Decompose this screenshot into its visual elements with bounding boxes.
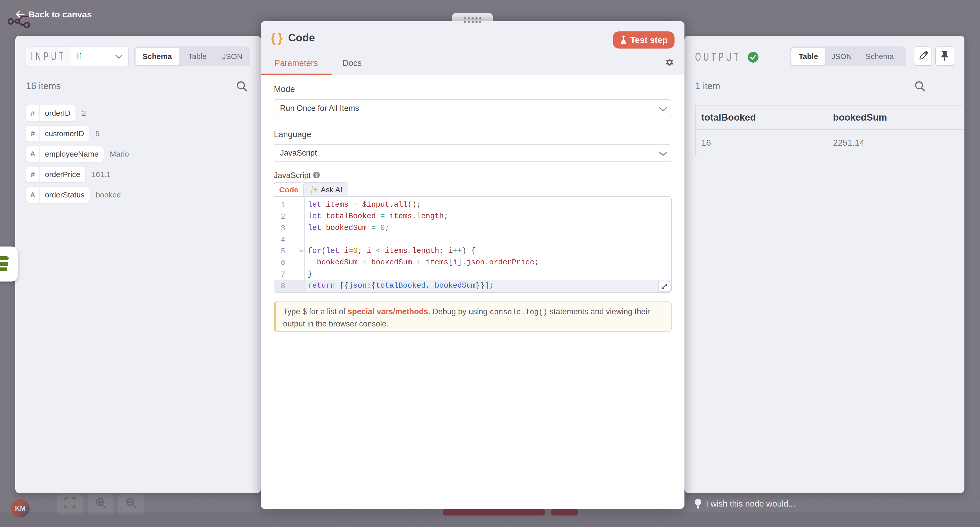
svg-text:?: ?: [315, 172, 318, 178]
